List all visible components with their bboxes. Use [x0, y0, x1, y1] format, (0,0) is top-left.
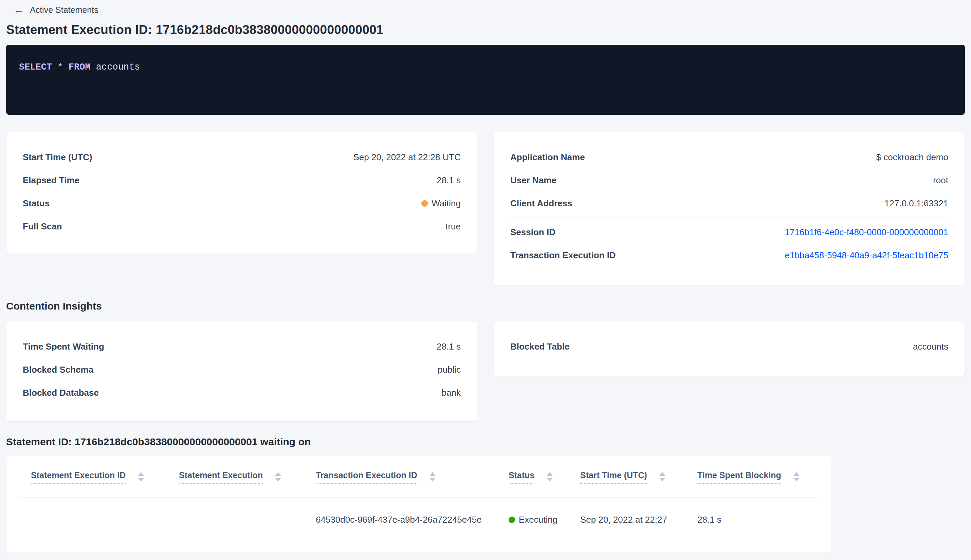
- status-value: Waiting: [432, 198, 461, 209]
- client-address-value: 127.0.0.1:63321: [884, 198, 948, 209]
- user-name-row: User Name root: [510, 169, 948, 192]
- sort-ascending-icon: [275, 472, 281, 476]
- sort-ascending-icon: [793, 472, 799, 476]
- sql-table-name: accounts: [96, 62, 140, 72]
- transaction-execution-id-label: Transaction Execution ID: [510, 250, 616, 261]
- column-header-status[interactable]: Status: [509, 470, 580, 483]
- sql-star: *: [57, 62, 63, 72]
- transaction-execution-id-row: Transaction Execution ID e1bba458-5948-4…: [510, 244, 948, 267]
- status-value-group: Waiting: [421, 198, 461, 209]
- client-address-label: Client Address: [510, 198, 572, 209]
- elapsed-time-row: Elapsed Time 28.1 s: [23, 169, 461, 192]
- status-waiting-dot-icon: [421, 200, 428, 207]
- sort-descending-icon: [429, 478, 435, 482]
- sort-icon: [659, 472, 666, 482]
- sort-icon: [547, 472, 553, 482]
- column-header-label: Statement Execution ID: [31, 470, 126, 483]
- session-id-row: Session ID 1716b1f6-4e0c-f480-0000-00000…: [510, 221, 948, 244]
- waiting-on-table-header: Statement Execution ID Statement Executi…: [20, 456, 817, 498]
- column-header-statement-execution-id[interactable]: Statement Execution ID: [20, 470, 179, 483]
- time-spent-waiting-value: 28.1 s: [437, 342, 461, 352]
- session-id-label: Session ID: [510, 227, 556, 238]
- user-name-value: root: [933, 175, 948, 186]
- blocked-database-label: Blocked Database: [23, 388, 99, 398]
- elapsed-time-value: 28.1 s: [437, 175, 461, 186]
- full-scan-label: Full Scan: [23, 221, 62, 232]
- session-card-divider: [510, 218, 948, 218]
- sort-icon: [429, 472, 435, 482]
- session-card: Application Name $ cockroach demo User N…: [494, 132, 965, 285]
- column-header-time-spent-blocking[interactable]: Time Spent Blocking: [697, 470, 818, 483]
- sort-ascending-icon: [547, 472, 553, 476]
- blocked-table-label: Blocked Table: [510, 342, 569, 352]
- overview-card: Start Time (UTC) Sep 20, 2022 at 22:28 U…: [6, 132, 477, 254]
- blocked-database-value: bank: [442, 388, 461, 398]
- session-id-link[interactable]: 1716b1f6-4e0c-f480-0000-000000000001: [785, 227, 948, 238]
- sort-ascending-icon: [659, 472, 666, 476]
- cell-transaction-execution-id: 64530d0c-969f-437e-a9b4-26a72245e45e: [316, 515, 509, 525]
- column-header-label: Time Spent Blocking: [697, 470, 781, 483]
- blocked-table-value: accounts: [913, 342, 948, 352]
- waiting-on-heading: Statement ID: 1716b218dc0b38380000000000…: [6, 436, 965, 448]
- time-spent-waiting-label: Time Spent Waiting: [23, 342, 104, 352]
- transaction-execution-id-link[interactable]: e1bba458-5948-40a9-a42f-5feac1b10e75: [785, 250, 948, 261]
- column-header-label: Status: [509, 470, 534, 483]
- sort-icon: [138, 472, 144, 482]
- status-row: Status Waiting: [23, 192, 461, 215]
- back-link-label: Active Statements: [30, 5, 98, 15]
- column-header-label: Start Time (UTC): [580, 470, 647, 483]
- back-arrow-icon: ←: [13, 5, 24, 15]
- status-label: Status: [23, 198, 50, 209]
- column-header-transaction-execution-id[interactable]: Transaction Execution ID: [316, 470, 509, 483]
- start-time-value: Sep 20, 2022 at 22:28 UTC: [353, 152, 461, 163]
- blocked-schema-row: Blocked Schema public: [23, 358, 461, 381]
- application-name-value: $ cockroach demo: [876, 152, 948, 163]
- contention-insights-heading: Contention Insights: [6, 300, 965, 312]
- sort-icon: [275, 472, 281, 482]
- column-header-label: Statement Execution: [179, 470, 263, 483]
- sql-statement-box: SELECT * FROM accounts: [6, 45, 965, 115]
- blocked-schema-label: Blocked Schema: [23, 365, 93, 375]
- executing-status-group: Executing: [509, 515, 557, 525]
- status-executing-dot-icon: [509, 517, 515, 523]
- back-link[interactable]: ← Active Statements: [13, 3, 971, 16]
- waiting-on-table-row: 64530d0c-969f-437e-a9b4-26a72245e45e Exe…: [20, 498, 817, 542]
- time-spent-waiting-row: Time Spent Waiting 28.1 s: [23, 335, 461, 358]
- blocked-schema-value: public: [438, 365, 461, 375]
- full-scan-value: true: [445, 221, 461, 232]
- sql-keyword-from: FROM: [68, 62, 91, 72]
- column-header-label: Transaction Execution ID: [316, 470, 417, 483]
- sort-icon: [793, 472, 799, 482]
- blocked-table-card: Blocked Table accounts: [494, 321, 965, 376]
- sort-descending-icon: [793, 478, 799, 482]
- column-header-statement-execution[interactable]: Statement Execution: [179, 470, 316, 483]
- sql-keyword-select: SELECT: [19, 62, 52, 72]
- sort-ascending-icon: [138, 472, 144, 476]
- cell-time-spent-blocking: 28.1 s: [697, 515, 818, 525]
- sort-descending-icon: [659, 478, 666, 482]
- column-header-start-time[interactable]: Start Time (UTC): [580, 470, 697, 483]
- statement-execution-details-page: ← Active Statements Statement Execution …: [0, 3, 971, 560]
- sort-ascending-icon: [429, 472, 435, 476]
- page-title: Statement Execution ID: 1716b218dc0b3838…: [6, 22, 965, 37]
- start-time-row: Start Time (UTC) Sep 20, 2022 at 22:28 U…: [23, 146, 461, 169]
- blocked-database-row: Blocked Database bank: [23, 381, 461, 404]
- sort-descending-icon: [547, 478, 553, 482]
- client-address-row: Client Address 127.0.0.1:63321: [510, 192, 948, 215]
- overview-cards-row: Start Time (UTC) Sep 20, 2022 at 22:28 U…: [6, 132, 965, 285]
- application-name-row: Application Name $ cockroach demo: [510, 146, 948, 169]
- application-name-label: Application Name: [510, 152, 585, 163]
- sort-descending-icon: [275, 478, 281, 482]
- executing-status-value: Executing: [519, 515, 557, 525]
- cell-start-time: Sep 20, 2022 at 22:27: [580, 515, 697, 525]
- cell-status: Executing: [509, 515, 580, 525]
- contention-cards-row: Time Spent Waiting 28.1 s Blocked Schema…: [6, 321, 965, 422]
- blocked-table-row: Blocked Table accounts: [510, 335, 948, 358]
- contention-card: Time Spent Waiting 28.1 s Blocked Schema…: [6, 321, 477, 422]
- waiting-on-table-card: Statement Execution ID Statement Executi…: [6, 456, 831, 553]
- sort-descending-icon: [138, 478, 144, 482]
- full-scan-row: Full Scan true: [23, 215, 461, 238]
- start-time-label: Start Time (UTC): [23, 152, 92, 163]
- user-name-label: User Name: [510, 175, 556, 186]
- elapsed-time-label: Elapsed Time: [23, 175, 80, 186]
